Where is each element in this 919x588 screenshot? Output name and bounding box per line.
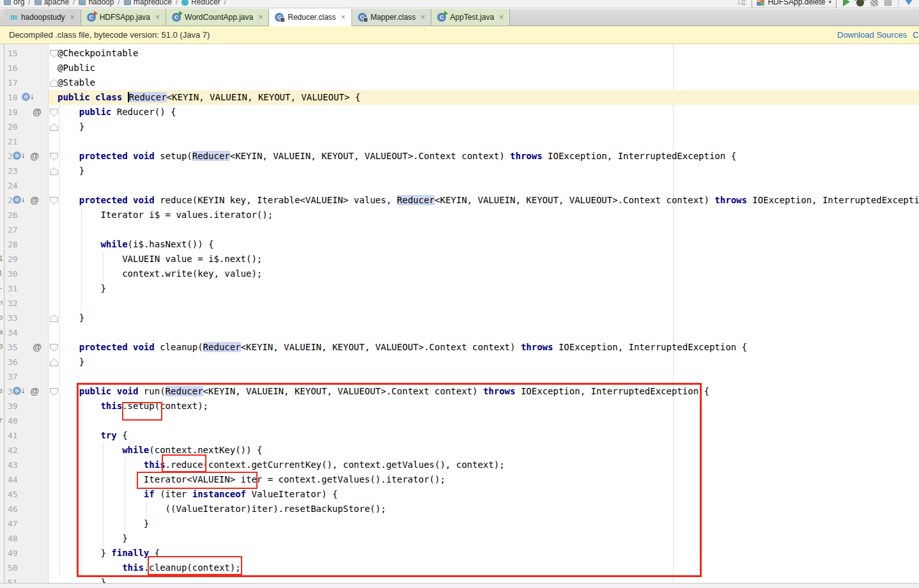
stop-button[interactable]: [884, 0, 892, 6]
code-line[interactable]: public class Reducer<KEYIN, VALUEIN, KEY…: [58, 90, 360, 105]
breadcrumb-item-apache[interactable]: apache: [35, 0, 69, 6]
fold-open-icon[interactable]: [50, 197, 58, 205]
tab-hadoopstudy[interactable]: mhadoopstudy×: [4, 9, 81, 26]
fold-open-icon[interactable]: [50, 153, 58, 160]
keyword: public: [79, 107, 112, 117]
download-sources-link[interactable]: Download Sources: [837, 30, 907, 40]
fold-shape: [50, 50, 58, 57]
line-number: 19: [8, 105, 33, 120]
code-text: @Stable: [58, 77, 95, 88]
code-line[interactable]: while(i$.hasNext()) {: [58, 237, 213, 252]
code-text: }: [58, 357, 84, 367]
code-text: [58, 151, 79, 161]
annotation-gutter-icon[interactable]: @: [29, 384, 40, 399]
breadcrumb-separator: /: [174, 0, 179, 6]
code-text: [58, 195, 79, 205]
bytecode-version-icon[interactable]: ↓ 10 01: [737, 0, 746, 6]
line-number: 21: [8, 134, 33, 149]
fold-open-icon[interactable]: [50, 109, 58, 116]
fold-close-icon[interactable]: [50, 167, 58, 175]
overridden-method-icon[interactable]: o: [22, 93, 30, 101]
breadcrumb-item-Reducer[interactable]: Reducer: [181, 0, 220, 6]
code-line[interactable]: }: [58, 120, 84, 134]
annotation-gutter-icon[interactable]: @: [29, 193, 40, 208]
breadcrumb-label: hadoop: [88, 0, 114, 6]
line-number: 41: [8, 428, 33, 443]
code-line[interactable]: VALUEIN value = i$.next();: [58, 252, 262, 267]
code-line[interactable]: @Public: [58, 61, 95, 75]
line-number: 30: [8, 267, 33, 281]
code-line[interactable]: context.write(key, value);: [58, 267, 262, 281]
package-icon: [35, 0, 42, 5]
tab-wordcountapp-java[interactable]: CWordCountApp.java×: [166, 9, 269, 26]
code-line[interactable]: }: [58, 281, 106, 296]
breadcrumb-item-org[interactable]: org: [4, 0, 24, 6]
line-number: 16: [8, 61, 33, 75]
run-button[interactable]: [843, 0, 850, 6]
fold-open-icon[interactable]: [50, 344, 58, 352]
tab-hdfsapp-java[interactable]: CHDFSApp.java×: [81, 9, 166, 26]
package-icon: [4, 0, 11, 5]
code-line[interactable]: protected void reduce(KEYIN key, Iterabl…: [58, 193, 919, 208]
tab-mapper-class[interactable]: CMapper.class×: [352, 9, 432, 26]
tab-label: AppTest.java: [450, 13, 494, 22]
fold-shape: [50, 389, 58, 395]
fold-close-icon[interactable]: [50, 79, 58, 87]
code-text: IOException, InterruptedException {: [553, 342, 746, 352]
debug-button[interactable]: [856, 0, 864, 6]
package-icon: [124, 0, 131, 5]
line-number: 39: [8, 399, 33, 414]
line-number: 40: [8, 414, 33, 428]
code-text: <KEYIN, VALUEIN, KEYOUT, VALUEOUT>.Conte…: [241, 342, 521, 352]
breadcrumb-item-hadoop[interactable]: hadoop: [79, 0, 114, 6]
tab-close-icon[interactable]: ×: [340, 13, 346, 22]
fold-close-icon[interactable]: [50, 123, 58, 131]
code-line[interactable]: }: [58, 311, 84, 325]
tab-close-icon[interactable]: ×: [69, 13, 75, 22]
tab-close-icon[interactable]: ×: [498, 13, 504, 22]
clipped-text-fragment: a: [0, 328, 4, 336]
tab-reducer-class[interactable]: CReducer.class×: [269, 9, 351, 26]
annotation-gutter-icon[interactable]: @: [32, 340, 42, 355]
coverage-button[interactable]: [870, 0, 878, 6]
code-line[interactable]: }: [58, 355, 84, 369]
code-line[interactable]: Iterator i$ = values.iterator();: [58, 208, 273, 222]
tab-apptest-java[interactable]: CAppTest.java×: [431, 9, 510, 26]
code-line[interactable]: }: [58, 164, 84, 178]
code-line[interactable]: protected void setup(Reducer<KEYIN, VALU…: [58, 149, 736, 164]
highlighted-identifier: Reducer: [397, 195, 435, 205]
fold-open-icon[interactable]: [50, 50, 58, 58]
keyword: protected void: [79, 342, 155, 352]
fold-close-icon[interactable]: [50, 359, 58, 366]
overridden-method-icon[interactable]: o: [13, 196, 21, 204]
package-icon: [79, 0, 86, 5]
fold-open-icon[interactable]: [50, 388, 58, 396]
line-number: 47: [8, 516, 33, 531]
code-text: [58, 342, 79, 352]
code-line[interactable]: public Reducer() {: [58, 105, 176, 120]
tab-close-icon[interactable]: ×: [154, 13, 160, 22]
status-bar-edge: [0, 583, 919, 588]
fold-close-icon[interactable]: [50, 314, 58, 322]
override-down-arrow-icon: ↓: [21, 387, 27, 395]
overridden-method-icon[interactable]: o: [13, 151, 21, 160]
choose-sources-link[interactable]: C: [913, 30, 918, 40]
annotation-gutter-icon[interactable]: @: [29, 149, 40, 164]
line-number: 42: [8, 443, 33, 458]
line-number: 29: [8, 252, 33, 267]
annotation-box-1: [122, 402, 162, 421]
code-text: [58, 107, 79, 117]
annotation-gutter-icon[interactable]: @: [32, 105, 42, 120]
tab-close-icon[interactable]: ×: [419, 13, 425, 22]
code-line[interactable]: @Checkpointable: [58, 46, 138, 61]
class-runnable-icon: C: [172, 13, 181, 22]
code-line[interactable]: protected void cleanup(Reducer<KEYIN, VA…: [58, 340, 747, 355]
code-line[interactable]: @Stable: [58, 75, 95, 90]
application-icon: [757, 0, 764, 6]
run-configuration-select[interactable]: HDFSApp.delete ▾: [752, 0, 837, 8]
tab-close-icon[interactable]: ×: [257, 13, 263, 22]
overridden-method-icon[interactable]: o: [13, 387, 21, 395]
code-editor[interactable]: 1l-noa0sr 15@Checkpointable16@Public17@S…: [0, 44, 919, 588]
breadcrumb-item-mapreduce[interactable]: mapreduce: [124, 0, 172, 6]
profiler-button[interactable]: [905, 0, 913, 5]
